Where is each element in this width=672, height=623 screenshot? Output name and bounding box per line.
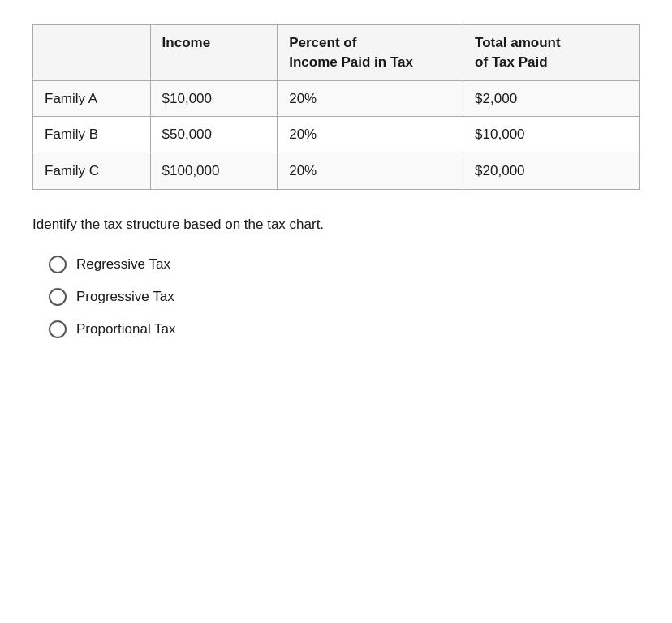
option-label-opt1: Regressive Tax	[76, 256, 170, 273]
cell-family-2: Family C	[33, 153, 151, 190]
option-item-0[interactable]: Regressive Tax	[49, 256, 640, 273]
cell-income-2: $100,000	[150, 153, 278, 190]
cell-total-0: $2,000	[463, 80, 640, 117]
table-row: Family B $50,000 20% $10,000	[33, 117, 640, 153]
radio-opt3[interactable]	[49, 320, 67, 338]
header-percent: Percent of Income Paid in Tax	[278, 25, 463, 81]
cell-total-1: $10,000	[463, 117, 640, 153]
cell-family-1: Family B	[33, 117, 151, 153]
option-label-opt3: Proportional Tax	[76, 321, 176, 337]
cell-income-0: $10,000	[150, 80, 278, 117]
table-row: Family A $10,000 20% $2,000	[33, 80, 640, 117]
cell-percent-2: 20%	[278, 153, 463, 190]
cell-percent-0: 20%	[278, 80, 463, 117]
option-item-2[interactable]: Proportional Tax	[49, 320, 640, 338]
option-label-opt2: Progressive Tax	[76, 289, 174, 305]
tax-table-container: Income Percent of Income Paid in Tax Tot…	[32, 24, 640, 190]
header-total: Total amount of Tax Paid	[463, 25, 640, 81]
table-row: Family C $100,000 20% $20,000	[33, 153, 640, 190]
header-family	[33, 25, 151, 81]
answer-options: Regressive Tax Progressive Tax Proportio…	[49, 256, 640, 338]
cell-percent-1: 20%	[278, 117, 463, 153]
question-text: Identify the tax structure based on the …	[32, 214, 640, 235]
cell-family-0: Family A	[33, 80, 151, 117]
cell-income-1: $50,000	[150, 117, 278, 153]
header-income: Income	[150, 25, 278, 81]
radio-opt2[interactable]	[49, 288, 67, 306]
radio-opt1[interactable]	[49, 256, 67, 273]
cell-total-2: $20,000	[463, 153, 640, 190]
tax-table: Income Percent of Income Paid in Tax Tot…	[32, 24, 640, 190]
option-item-1[interactable]: Progressive Tax	[49, 288, 640, 306]
